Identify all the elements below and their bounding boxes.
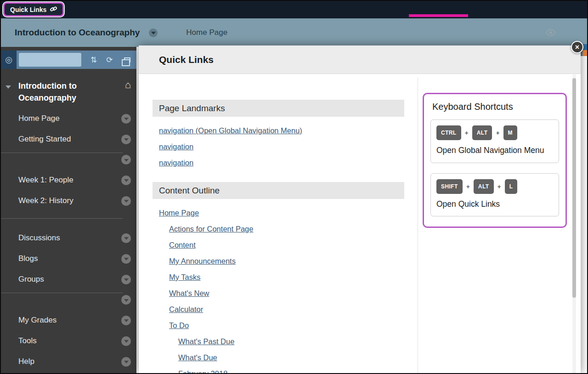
keycap: CTRL	[436, 125, 461, 140]
sidebar-item-label: Home Page	[18, 114, 60, 123]
chain-link-icon	[50, 6, 57, 14]
item-options-chevron-icon[interactable]	[121, 233, 131, 243]
home-icon: ⌂	[125, 80, 131, 90]
sidebar-item[interactable]: Getting Started	[1, 129, 136, 149]
menu-view-toggle[interactable]	[19, 53, 81, 67]
sidebar-item[interactable]: Home Page	[1, 108, 136, 129]
item-options-chevron-icon[interactable]	[121, 155, 131, 164]
quick-links-button[interactable]: Quick Links	[3, 2, 64, 17]
quick-link[interactable]: Calculator	[169, 305, 203, 313]
course-header: Introduction to Oceanography Home Page	[1, 18, 587, 47]
screen: Quick Links Introduction to Oceanography…	[0, 0, 588, 374]
course-menu-chevron-icon[interactable]	[149, 28, 158, 37]
item-options-chevron-icon[interactable]	[121, 176, 131, 185]
quick-link[interactable]: What's New	[169, 289, 209, 297]
sidebar-item[interactable]: Week 1: People	[1, 170, 136, 190]
sidebar-item[interactable]: Blogs	[1, 248, 136, 269]
sidebar-item-label: My Grades	[18, 316, 57, 325]
plus-separator: +	[465, 129, 469, 136]
sidebar-item[interactable]: Tools	[1, 330, 136, 351]
keyboard-shortcuts-panel: Keyboard Shortcuts CTRL+ALT+MOpen Global…	[423, 93, 567, 228]
sidebar-item[interactable]: Groups	[1, 269, 136, 289]
course-menu-sidebar: ◎ ⇅ ⟳ Introduction to Oceanography ⌂ Hom…	[1, 47, 136, 373]
quick-link[interactable]: To Do	[169, 321, 189, 329]
menu-view-target-icon[interactable]: ◎	[1, 51, 17, 69]
quick-link[interactable]: What's Due	[178, 353, 217, 362]
student-preview-eye-icon[interactable]	[545, 28, 557, 39]
list-item: February 2018	[159, 366, 404, 374]
keycap: ALT	[474, 179, 494, 194]
sidebar-course-title-line1: Introduction to	[18, 80, 110, 92]
list-item: To Do	[159, 317, 404, 334]
item-options-chevron-icon[interactable]	[121, 336, 131, 346]
quick-link[interactable]: navigation	[159, 142, 193, 151]
course-menu-toolbar: ◎ ⇅ ⟳	[1, 51, 136, 69]
sidebar-item-label: Tools	[18, 336, 37, 346]
quick-link[interactable]: Actions for Content Page	[169, 225, 253, 233]
item-options-chevron-icon[interactable]	[121, 316, 131, 325]
list-item: navigation	[159, 139, 404, 155]
sidebar-item-label: Discussions	[18, 233, 60, 243]
shortcut-card: CTRL+ALT+MOpen Global Navigation Menu	[430, 119, 559, 163]
content-outline-links: Home PageActions for Content PageContent…	[159, 205, 404, 374]
top-bar: Quick Links	[1, 1, 587, 18]
close-icon[interactable]: ×	[571, 41, 583, 53]
modal-scrollbar-thumb[interactable]	[572, 78, 576, 298]
sidebar-item-label: Groups	[18, 275, 44, 284]
content-outline-heading-label: Content Outline	[159, 186, 220, 196]
quick-link[interactable]: My Tasks	[169, 273, 200, 281]
list-item: navigation	[159, 155, 404, 171]
open-in-window-icon[interactable]	[124, 57, 130, 62]
list-item: Home Page	[159, 205, 404, 221]
course-header-title: Introduction to Oceanography	[15, 28, 140, 38]
quick-link[interactable]: navigation	[159, 159, 193, 167]
refresh-icon[interactable]: ⟳	[106, 56, 113, 64]
sidebar-course-title-line2: Oceanography	[18, 92, 110, 104]
item-options-chevron-icon[interactable]	[121, 275, 131, 284]
item-options-chevron-icon[interactable]	[121, 357, 131, 367]
quick-link[interactable]: What's Past Due	[178, 337, 234, 346]
quick-link[interactable]: navigation (Open Global Navigation Menu)	[159, 126, 302, 135]
item-options-chevron-icon[interactable]	[121, 295, 131, 305]
list-item: Content	[159, 237, 404, 253]
list-item: What's New	[159, 285, 404, 301]
collapse-menu-chevron-icon[interactable]	[6, 85, 11, 89]
item-options-chevron-icon[interactable]	[121, 196, 131, 206]
sidebar-item[interactable]: My Grades	[1, 310, 136, 330]
list-item: Calculator	[159, 301, 404, 317]
list-item: navigation (Open Global Navigation Menu)	[159, 123, 404, 139]
item-options-chevron-icon[interactable]	[121, 135, 131, 144]
plus-separator: +	[498, 183, 501, 190]
sidebar-item-label: Blogs	[18, 254, 38, 263]
quick-links-content-column: Page Landmarks navigation (Open Global N…	[153, 100, 404, 374]
sidebar-item-label: Week 2: History	[18, 196, 74, 205]
sidebar-divider	[1, 211, 136, 227]
quick-link[interactable]: Home Page	[159, 209, 199, 217]
highlight-strip	[409, 14, 468, 17]
shortcut-label: Open Global Navigation Menu	[436, 145, 553, 156]
quick-link[interactable]: My Announcements	[169, 257, 236, 265]
sidebar-item[interactable]: Help	[1, 351, 136, 372]
sidebar-menu: Home PageGetting StartedWeek 1: PeopleWe…	[1, 108, 136, 372]
keyboard-shortcuts-list: CTRL+ALT+MOpen Global Navigation MenuSHI…	[430, 119, 559, 216]
shortcut-keys: SHIFT+ALT+L	[436, 179, 553, 194]
list-item: What's Due	[159, 350, 404, 366]
quick-link[interactable]: Content	[169, 241, 196, 249]
quick-link[interactable]: February 2018	[178, 369, 227, 374]
page-landmarks-heading: Page Landmarks	[153, 100, 404, 117]
sidebar-item[interactable]: Discussions	[1, 227, 136, 248]
list-item: My Tasks	[159, 269, 404, 285]
sidebar-item-label: Getting Started	[18, 135, 71, 144]
item-options-chevron-icon[interactable]	[121, 114, 131, 124]
divider-line	[1, 218, 123, 219]
item-options-chevron-icon[interactable]	[121, 254, 131, 264]
sort-arrows-icon[interactable]: ⇅	[90, 56, 97, 64]
plus-separator: +	[496, 129, 499, 136]
modal-title: Quick Links	[159, 54, 214, 65]
keycap: SHIFT	[436, 179, 463, 194]
sidebar-item[interactable]: Week 2: History	[1, 190, 136, 211]
shortcut-keys: CTRL+ALT+M	[436, 125, 553, 140]
keyboard-shortcuts-title: Keyboard Shortcuts	[432, 102, 559, 112]
sidebar-course-title[interactable]: Introduction to Oceanography	[18, 80, 110, 104]
keycap: M	[503, 125, 517, 140]
